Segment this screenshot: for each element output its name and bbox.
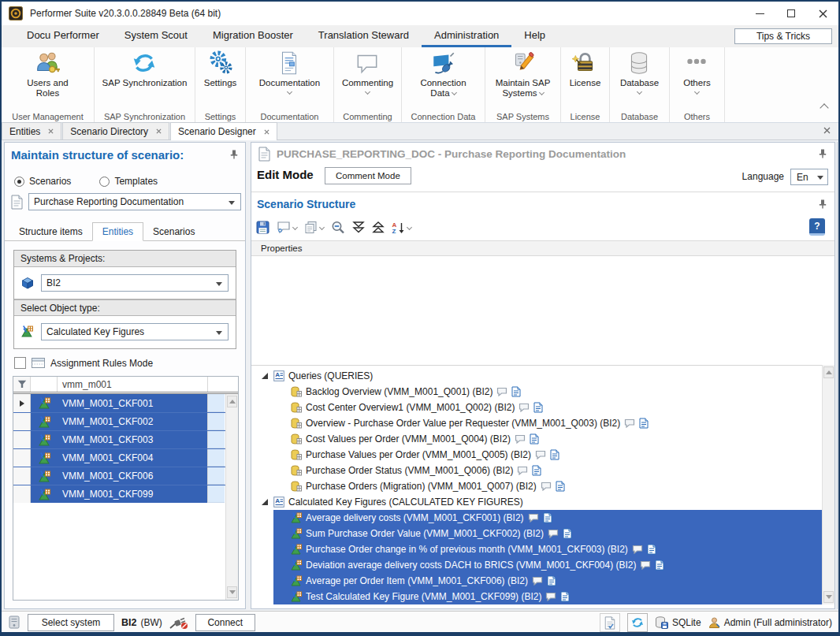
comment-bubble-icon[interactable] [517,466,528,475]
ribbon-collapse-icon[interactable] [820,103,828,112]
select-system-button[interactable]: Select system [28,614,114,631]
table-row[interactable]: VMM_M001_CKF006 [13,467,238,485]
collapse-all-icon[interactable] [372,221,385,234]
tabbar-close-button[interactable] [823,125,831,136]
scroll-down-icon[interactable] [227,586,237,598]
tree-item-selected[interactable]: Average per Order Item (VMM_M001_CKF006)… [273,573,823,589]
tree-item-selected[interactable]: Purchase Order change in % of previous m… [273,541,823,557]
tree-item[interactable]: Overview - Purchase Order Value per Requ… [251,415,823,431]
document-icon[interactable] [647,544,656,555]
comment-bubble-icon[interactable] [532,576,543,586]
comment-bubble-icon[interactable] [632,545,643,554]
tips-and-tricks-button[interactable]: Tips & Tricks [734,28,832,44]
documentation-button[interactable]: Documentation [259,50,320,94]
document-icon[interactable] [560,591,570,602]
close-icon[interactable] [264,129,269,135]
tree-item[interactable]: Purchase Orders (Migration) (VMM_M001_Q0… [251,478,823,494]
others-button[interactable]: Others [683,50,711,94]
scroll-up-icon[interactable] [227,396,237,407]
document-icon[interactable] [530,433,539,444]
settings-button[interactable]: Settings [204,50,237,88]
maximize-button[interactable] [775,2,807,25]
tree-section-calculated-key-figures[interactable]: Calculated Key Figures (CALCULATED KEY F… [251,494,823,510]
comment-mode-button[interactable]: Comment Mode [325,167,411,184]
subtab-scenarios[interactable]: Scenarios [143,223,204,240]
comment-tool[interactable] [277,221,297,233]
tree-item-selected[interactable]: Test Calculated Key Figure (VMM_M001_CKF… [273,589,823,604]
menu-migration-booster[interactable]: Migration Booster [200,25,306,47]
document-icon[interactable] [563,528,572,539]
system-dropdown[interactable]: BI2 [41,274,229,292]
tab-entities[interactable]: Entities [2,122,61,139]
tree-item[interactable]: Backlog Overview (VMM_M001_Q001) (BI2) [251,384,823,400]
table-row[interactable]: VMM_M001_CKF001 [13,394,238,412]
sort-tool[interactable]: A Z [392,221,411,234]
filter-cell[interactable] [13,377,31,392]
tree-item-selected[interactable]: Average delivery costs (VMM_M001_CKF001)… [273,510,823,526]
expander-icon[interactable] [262,373,268,379]
expander-icon[interactable] [262,499,268,505]
expand-all-icon[interactable] [352,221,365,234]
copy-structure-tool[interactable] [304,221,324,234]
pin-icon[interactable] [819,149,827,158]
sap-synchronization-button[interactable]: SAP Synchronization [102,50,188,88]
tree-scrollbar[interactable] [822,365,834,604]
menu-translation-steward[interactable]: Translation Steward [306,25,422,47]
scroll-up-icon[interactable] [823,366,834,378]
save-icon[interactable] [256,221,269,234]
menu-help[interactable]: Help [511,25,558,47]
document-icon[interactable] [547,575,556,586]
license-button[interactable]: License [570,50,601,88]
scenario-dropdown[interactable]: Purchase Reporting Documentation [28,193,241,210]
menu-docu-performer[interactable]: Docu Performer [14,25,112,47]
comment-bubble-icon[interactable] [548,529,559,538]
comment-bubble-icon[interactable] [541,482,552,491]
refresh-button[interactable] [627,613,648,632]
table-scrollbar[interactable] [225,394,238,600]
properties-bar[interactable]: Properties [251,240,834,256]
tree-item-selected[interactable]: Deviation average delivery costs DACH to… [273,557,823,573]
tree-item[interactable]: Cost Values per Order (VMM_M001_Q004) (B… [251,431,823,447]
zoom-icon[interactable] [331,221,345,234]
radio-templates[interactable]: Templates [99,176,158,187]
document-icon[interactable] [655,560,664,571]
comment-bubble-icon[interactable] [496,387,507,396]
radio-scenarios[interactable]: Scenarios [14,176,71,187]
close-icon[interactable] [156,128,162,134]
scroll-down-icon[interactable] [823,591,834,603]
tree-item[interactable]: Cost Center Overview1 (VMM_M001_Q002) (B… [251,400,823,415]
comment-bubble-icon[interactable] [624,418,635,428]
comment-bubble-icon[interactable] [640,560,651,570]
document-icon[interactable] [543,512,552,523]
assignment-rules-checkbox[interactable] [14,357,26,369]
tree-item-selected[interactable]: Sum Purchase Order Value (VMM_M001_CKF00… [273,526,823,541]
pin-icon[interactable] [230,150,238,159]
connect-button[interactable]: Connect [195,614,255,631]
document-icon[interactable] [550,449,559,460]
database-button[interactable]: Database [620,50,659,94]
close-button[interactable] [807,2,838,25]
table-row[interactable]: VMM_M001_CKF099 [13,485,238,503]
minimize-button[interactable] [744,2,775,25]
object-type-dropdown[interactable]: Calculated Key Figures [41,323,229,340]
users-and-roles-button[interactable]: Users and Roles [20,50,76,99]
document-icon[interactable] [511,386,521,397]
subtab-structure-items[interactable]: Structure items [9,223,92,240]
help-button[interactable]: ? [809,218,825,236]
comment-bubble-icon[interactable] [515,434,526,444]
menu-system-scout[interactable]: System Scout [112,25,200,47]
tree-item[interactable]: Purchase Values per Order (VMM_M001_Q005… [251,447,823,463]
tree-section-queries[interactable]: Queries (QUERIES) [251,368,823,384]
close-icon[interactable] [48,128,54,134]
report-button[interactable] [600,613,620,632]
table-row[interactable]: VMM_M001_CKF003 [13,430,238,448]
comment-bubble-icon[interactable] [528,513,539,523]
pin-icon[interactable] [819,199,827,209]
table-row[interactable]: VMM_M001_CKF004 [13,448,238,467]
document-icon[interactable] [556,481,565,492]
document-icon[interactable] [639,418,649,429]
commenting-button[interactable]: Commenting [342,50,393,94]
menu-administration[interactable]: Administration [422,25,511,47]
comment-bubble-icon[interactable] [545,592,556,601]
connection-data-button[interactable]: Connection Data [416,50,471,99]
